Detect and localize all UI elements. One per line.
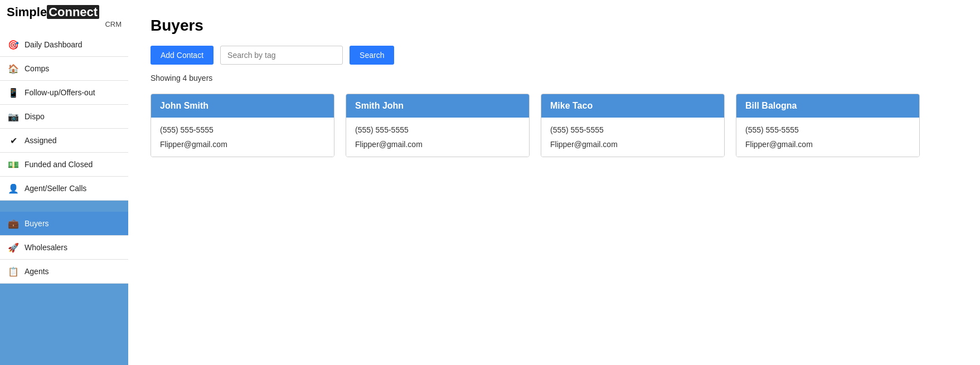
nav-label-agents: Agents: [25, 267, 49, 276]
main-content: Buyers Add Contact Search Showing 4 buye…: [128, 0, 980, 365]
nav-icon-buyers: 💼: [8, 218, 19, 229]
nav-label-funded-closed: Funded and Closed: [25, 160, 93, 169]
logo-crm: CRM: [105, 20, 122, 28]
logo-area: SimpleConnect CRM: [0, 0, 128, 33]
logo-connect: Connect: [47, 5, 99, 19]
logo: SimpleConnect: [7, 6, 99, 19]
card-header-smith-john: Smith John: [346, 94, 529, 118]
showing-text: Showing 4 buyers: [151, 74, 958, 82]
card-email-bill-balogna: Flipper@gmail.com: [745, 140, 910, 149]
nav-icon-wholesalers: 🚀: [8, 242, 19, 253]
nav-icon-comps: 🏠: [8, 63, 19, 74]
card-phone-mike-taco: (555) 555-5555: [550, 125, 715, 134]
add-contact-button[interactable]: Add Contact: [151, 46, 214, 65]
sidebar-item-wholesalers[interactable]: 🚀 Wholesalers: [0, 236, 128, 260]
buyers-grid: John Smith (555) 555-5555 Flipper@gmail.…: [151, 94, 958, 157]
sidebar-item-follow-up[interactable]: 📱 Follow-up/Offers-out: [0, 81, 128, 105]
card-header-mike-taco: Mike Taco: [541, 94, 724, 118]
card-phone-bill-balogna: (555) 555-5555: [745, 125, 910, 134]
nav-label-buyers: Buyers: [25, 219, 49, 228]
nav-label-follow-up: Follow-up/Offers-out: [25, 88, 95, 97]
nav-label-daily-dashboard: Daily Dashboard: [25, 40, 83, 49]
page-title: Buyers: [151, 17, 958, 35]
sidebar-spacer: [0, 201, 128, 212]
card-body-mike-taco: (555) 555-5555 Flipper@gmail.com: [541, 118, 724, 157]
bottom-nav: 💼 Buyers 🚀 Wholesalers 📋 Agents: [0, 212, 128, 284]
card-body-bill-balogna: (555) 555-5555 Flipper@gmail.com: [736, 118, 919, 157]
nav-icon-agents: 📋: [8, 266, 19, 277]
nav-label-comps: Comps: [25, 64, 49, 73]
nav-label-wholesalers: Wholesalers: [25, 243, 67, 252]
sidebar-item-comps[interactable]: 🏠 Comps: [0, 57, 128, 81]
sidebar: SimpleConnect CRM 🎯 Daily Dashboard 🏠 Co…: [0, 0, 128, 365]
card-email-mike-taco: Flipper@gmail.com: [550, 140, 715, 149]
nav-icon-follow-up: 📱: [8, 87, 19, 98]
buyer-card-bill-balogna[interactable]: Bill Balogna (555) 555-5555 Flipper@gmai…: [736, 94, 920, 157]
card-email-smith-john: Flipper@gmail.com: [355, 140, 520, 149]
sidebar-item-agent-seller[interactable]: 👤 Agent/Seller Calls: [0, 177, 128, 201]
sidebar-item-buyers[interactable]: 💼 Buyers: [0, 212, 128, 236]
search-input[interactable]: [220, 46, 343, 65]
nav-icon-dispo: 📷: [8, 111, 19, 122]
toolbar: Add Contact Search: [151, 46, 958, 65]
card-body-smith-john: (555) 555-5555 Flipper@gmail.com: [346, 118, 529, 157]
sidebar-item-assigned[interactable]: ✔ Assigned: [0, 129, 128, 153]
card-header-bill-balogna: Bill Balogna: [736, 94, 919, 118]
nav-icon-assigned: ✔: [8, 135, 19, 146]
sidebar-item-daily-dashboard[interactable]: 🎯 Daily Dashboard: [0, 33, 128, 57]
nav-icon-daily-dashboard: 🎯: [8, 39, 19, 50]
card-phone-john-smith: (555) 555-5555: [160, 125, 325, 134]
nav-label-assigned: Assigned: [25, 136, 57, 145]
sidebar-item-funded-closed[interactable]: 💵 Funded and Closed: [0, 153, 128, 177]
card-phone-smith-john: (555) 555-5555: [355, 125, 520, 134]
search-button[interactable]: Search: [350, 46, 394, 65]
card-header-john-smith: John Smith: [151, 94, 334, 118]
top-nav: 🎯 Daily Dashboard 🏠 Comps 📱 Follow-up/Of…: [0, 33, 128, 201]
logo-simple: Simple: [7, 5, 47, 19]
buyer-card-mike-taco[interactable]: Mike Taco (555) 555-5555 Flipper@gmail.c…: [541, 94, 725, 157]
buyer-card-john-smith[interactable]: John Smith (555) 555-5555 Flipper@gmail.…: [151, 94, 334, 157]
sidebar-item-dispo[interactable]: 📷 Dispo: [0, 105, 128, 129]
sidebar-item-agents[interactable]: 📋 Agents: [0, 260, 128, 284]
buyer-card-smith-john[interactable]: Smith John (555) 555-5555 Flipper@gmail.…: [346, 94, 530, 157]
nav-label-agent-seller: Agent/Seller Calls: [25, 184, 86, 193]
nav-icon-agent-seller: 👤: [8, 183, 19, 194]
nav-label-dispo: Dispo: [25, 112, 45, 121]
card-body-john-smith: (555) 555-5555 Flipper@gmail.com: [151, 118, 334, 157]
card-email-john-smith: Flipper@gmail.com: [160, 140, 325, 149]
nav-icon-funded-closed: 💵: [8, 159, 19, 170]
